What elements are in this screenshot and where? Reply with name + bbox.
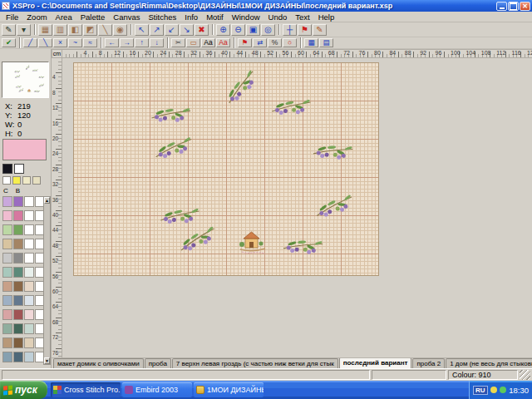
- menu-item-window[interactable]: Window: [228, 12, 264, 22]
- palette-swatch[interactable]: [13, 239, 23, 249]
- menu-item-canvas[interactable]: Canvas: [109, 12, 144, 22]
- palette-swatch[interactable]: [2, 224, 12, 235]
- palette-swatch[interactable]: [13, 309, 23, 320]
- palette-swatch[interactable]: [13, 352, 23, 362]
- palette-swatch[interactable]: [24, 323, 34, 334]
- palette-swatch[interactable]: [2, 239, 12, 249]
- palette-swatch[interactable]: [24, 337, 34, 348]
- petite-stitch-tool[interactable]: ▥: [53, 24, 67, 36]
- menu-item-info[interactable]: Info: [180, 12, 202, 22]
- palette-swatch[interactable]: [2, 196, 12, 207]
- pencil-dropdown[interactable]: ▾: [17, 24, 31, 36]
- palette-swatch[interactable]: [2, 267, 12, 278]
- cross-line-tool[interactable]: ×: [53, 38, 67, 47]
- motif-olive-branch[interactable]: [34, 90, 40, 94]
- zoom-area-tool[interactable]: ▣: [246, 24, 260, 36]
- half-stitch-tool[interactable]: ◧: [68, 24, 82, 36]
- motif-house[interactable]: [239, 232, 265, 254]
- taskbar-button[interactable]: Cross Stitch Pro...: [51, 382, 121, 397]
- tray-status-icon[interactable]: [490, 387, 497, 393]
- eraser-tool[interactable]: ▭: [186, 38, 200, 47]
- motif-olive-branch[interactable]: [272, 96, 311, 117]
- cut-tool[interactable]: ✂: [171, 38, 185, 47]
- flag-marker-tool[interactable]: ⚑: [298, 24, 312, 36]
- motif-olive-branch[interactable]: [14, 70, 20, 73]
- close-button[interactable]: ✕: [520, 2, 530, 11]
- center-view-tool[interactable]: ┼: [283, 24, 297, 36]
- recent-color-swatch[interactable]: [2, 176, 11, 185]
- motif-house[interactable]: [27, 89, 32, 92]
- nudge-left-icon[interactable]: ←: [105, 38, 119, 47]
- menu-item-motif[interactable]: Motif: [202, 12, 228, 22]
- palette-swatch[interactable]: [2, 295, 12, 306]
- palette-swatch[interactable]: [2, 210, 12, 221]
- menu-item-undo[interactable]: Undo: [264, 12, 292, 22]
- menu-item-area[interactable]: Area: [52, 12, 76, 22]
- menu-item-help[interactable]: Help: [314, 12, 339, 22]
- motif-olive-branch[interactable]: [16, 85, 22, 88]
- palette-swatch[interactable]: [13, 323, 23, 334]
- flag-tool[interactable]: ⚑: [238, 38, 252, 47]
- taskbar-button[interactable]: 1МОИ ДИЗАЙНЫ: [194, 382, 264, 397]
- motif-olive-branch[interactable]: [38, 83, 44, 86]
- palette-swatch[interactable]: [2, 323, 12, 334]
- palette-swatch[interactable]: [24, 196, 34, 207]
- circle-select-tool[interactable]: ○: [283, 38, 297, 47]
- zoom-out-tool[interactable]: ⊖: [231, 24, 245, 36]
- palette-swatch[interactable]: [13, 295, 23, 306]
- nudge-up-icon[interactable]: ↑: [135, 38, 149, 47]
- palette-swatch[interactable]: [24, 224, 34, 235]
- line-ne-tool[interactable]: ╱: [23, 38, 37, 47]
- canvas-area[interactable]: [62, 58, 532, 357]
- pan-up-left-icon[interactable]: ↖: [135, 24, 149, 36]
- pan-up-right-icon[interactable]: ↗: [150, 24, 164, 36]
- motif-olive-branch[interactable]: [32, 69, 38, 72]
- palette-swatch[interactable]: [2, 309, 12, 320]
- current-color-swatch[interactable]: [2, 139, 47, 160]
- motif-olive-branch[interactable]: [18, 88, 24, 92]
- motif-olive-branch[interactable]: [160, 205, 200, 226]
- palette-swatch[interactable]: [24, 253, 34, 264]
- start-button[interactable]: пуск: [0, 381, 47, 399]
- motif-olive-branch[interactable]: [283, 234, 323, 259]
- palette-swatch[interactable]: [2, 253, 12, 264]
- pan-down-left-icon[interactable]: ↙: [165, 24, 179, 36]
- french-knot-tool[interactable]: ◉: [113, 24, 127, 36]
- percent-zoom-tool[interactable]: %: [268, 38, 282, 47]
- full-stitch-tool[interactable]: ▦: [38, 24, 52, 36]
- minimize-button[interactable]: [496, 2, 507, 11]
- text-tool[interactable]: Aa: [201, 38, 215, 47]
- design-tab[interactable]: последний вариант: [339, 357, 412, 368]
- design-tab[interactable]: 7 верхн левая гроздь (с частью ниж ветки…: [172, 358, 338, 368]
- clock[interactable]: 18:30: [509, 386, 529, 395]
- swap-colors-tool[interactable]: ⇄: [253, 38, 267, 47]
- nudge-right-icon[interactable]: →: [120, 38, 134, 47]
- motif-olive-branch[interactable]: [38, 75, 44, 79]
- zoom-actual-tool[interactable]: ◎: [261, 24, 275, 36]
- ruler-toggle-tool[interactable]: ▤: [319, 38, 333, 47]
- palette-swatch[interactable]: [13, 253, 23, 264]
- motif-olive-branch[interactable]: [151, 103, 191, 126]
- motif-olive-branch[interactable]: [24, 65, 30, 70]
- text-color-tool[interactable]: Aa: [216, 38, 230, 47]
- palette-swatch[interactable]: [13, 224, 23, 235]
- curve-tool[interactable]: ~: [68, 38, 82, 47]
- palette-swatch[interactable]: [24, 210, 34, 221]
- language-indicator[interactable]: RU: [473, 386, 488, 395]
- resize-grip[interactable]: [520, 370, 530, 380]
- tray-status-icon[interactable]: [500, 387, 506, 393]
- taskbar-button[interactable]: Embird 2003: [122, 382, 192, 397]
- palette-swatch[interactable]: [2, 337, 12, 348]
- quarter-stitch-tool[interactable]: ◩: [83, 24, 97, 36]
- pencil-tool[interactable]: ✎: [2, 24, 16, 36]
- freehand-tool[interactable]: ≈: [83, 38, 97, 47]
- menu-item-stitches[interactable]: Stitches: [144, 12, 180, 22]
- palette-swatch[interactable]: [13, 267, 23, 278]
- palette-swatch[interactable]: [13, 210, 23, 221]
- delete-tool[interactable]: ✖: [195, 24, 209, 36]
- line-nw-tool[interactable]: ╲: [38, 38, 52, 47]
- maximize-button[interactable]: [508, 2, 519, 11]
- design-tab[interactable]: 1 дом (не весь для стыковки): [446, 358, 532, 368]
- thread-color-swatch[interactable]: [2, 164, 12, 174]
- motif-olive-branch[interactable]: [314, 194, 354, 218]
